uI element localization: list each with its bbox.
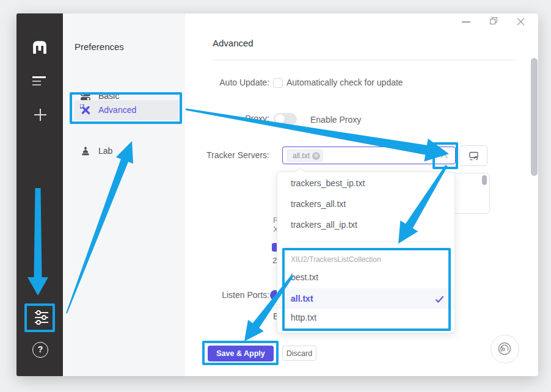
auto-update-label: Auto Update: <box>172 78 269 87</box>
title-divider <box>213 60 516 60</box>
tools-icon <box>80 104 91 115</box>
check-icon <box>435 296 444 303</box>
dropdown-group-label: XIU2/TrackersListCollection <box>291 255 381 264</box>
motrix-logo-icon <box>32 40 48 54</box>
selected-tag: all.txt ✕ <box>287 150 323 162</box>
toggle-knob <box>275 114 285 124</box>
listen-ports-label: Listen Ports: <box>172 290 269 300</box>
tracker-dropdown: trackers_best_ip.txt trackers_all.txt tr… <box>277 172 455 333</box>
dropdown-item-selected[interactable]: all.txt <box>277 288 454 309</box>
proxy-toggle[interactable] <box>274 113 297 125</box>
nav-title: Preferences <box>75 42 124 52</box>
auto-update-checkbox-label[interactable]: Automatically check for update <box>286 78 403 87</box>
lab-stamp-icon <box>80 146 91 157</box>
dropdown-item[interactable]: trackers_all_ip.txt <box>277 214 454 235</box>
proxy-toggle-label: Enable Proxy <box>310 115 361 125</box>
close-button[interactable] <box>516 17 525 26</box>
dropdown-item[interactable]: best.txt <box>277 267 454 288</box>
gauge-icon <box>495 339 514 358</box>
sync-trackers-button[interactable] <box>459 145 487 166</box>
preferences-nav: Preferences Basic Advanced <box>63 13 185 376</box>
sync-icon <box>469 151 479 161</box>
page-title: Advanced <box>213 38 254 48</box>
main-scrollbar-thumb[interactable] <box>531 58 538 176</box>
selected-tag-label: all.txt <box>293 150 310 162</box>
speed-gauge-button[interactable] <box>491 335 519 363</box>
task-list-icon[interactable] <box>32 76 47 87</box>
nav-item-label: Lab <box>98 141 112 161</box>
tracker-servers-label: Tracker Servers: <box>172 150 269 160</box>
discard-button[interactable]: Discard <box>282 346 316 361</box>
screenshot-stage: ? Preferences Basic Advanced <box>0 0 551 392</box>
preferences-sliders-icon[interactable] <box>33 310 50 325</box>
tracker-servers-select[interactable]: all.txt ✕ <box>282 147 456 164</box>
textarea-scrollbar-thumb[interactable] <box>482 175 487 185</box>
dropdown-item[interactable]: trackers_best_ip.txt <box>277 173 454 194</box>
dropdown-item[interactable]: http.txt <box>277 307 454 328</box>
nav-item-lab[interactable]: Lab <box>63 141 185 161</box>
auto-update-checkbox[interactable] <box>273 78 283 88</box>
help-glyph: ? <box>38 344 43 354</box>
save-apply-button[interactable]: Save & Apply <box>208 346 274 361</box>
minimize-button[interactable] <box>462 21 470 23</box>
dropdown-separator <box>294 241 439 242</box>
proxy-label: Proxy: <box>172 114 269 123</box>
nav-item-advanced[interactable]: Advanced <box>75 100 179 120</box>
tag-close-icon[interactable]: ✕ <box>312 152 320 160</box>
nav-item-label: Advanced <box>98 100 136 120</box>
help-icon[interactable]: ? <box>32 342 48 358</box>
maximize-button[interactable] <box>489 16 498 25</box>
chevron-up-icon[interactable] <box>440 153 448 159</box>
app-sidebar: ? <box>16 13 63 376</box>
add-task-icon[interactable] <box>33 107 48 122</box>
dropdown-item[interactable]: trackers_all.txt <box>277 194 454 214</box>
